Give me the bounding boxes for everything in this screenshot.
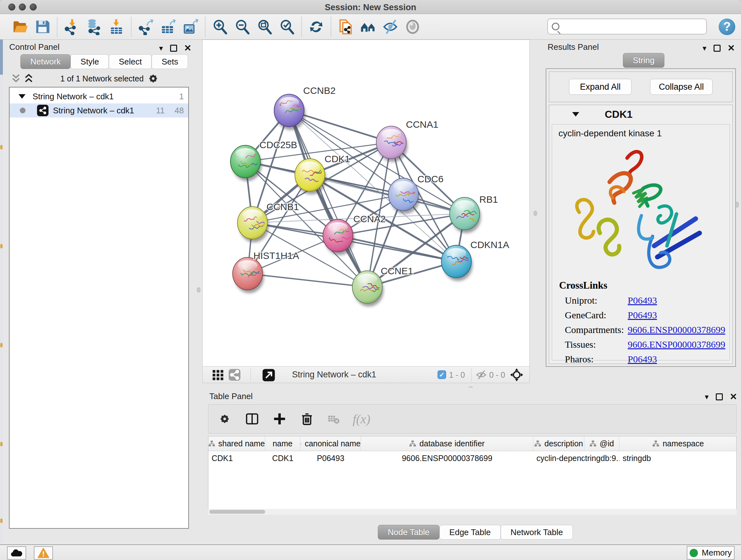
grid-view-icon[interactable]: [212, 368, 224, 381]
column-type-icon: [208, 440, 215, 447]
tab-select[interactable]: Select: [109, 54, 151, 69]
zoom-in-button[interactable]: [209, 17, 231, 37]
import-database-icon: [86, 18, 103, 35]
float-panel-icon[interactable]: [170, 45, 177, 52]
column-header[interactable]: @id: [600, 439, 614, 448]
close-panel-icon[interactable]: ✕: [730, 391, 737, 402]
cell-id[interactable]: stringdb:9...: [584, 451, 619, 465]
tab-network-table[interactable]: Network Table: [501, 525, 573, 540]
desktop-edge-strip: [0, 40, 3, 546]
close-panel-icon[interactable]: ✕: [184, 43, 192, 53]
panel-menu-icon[interactable]: ▾: [704, 392, 709, 401]
export-image-button[interactable]: [179, 17, 202, 37]
memory-button[interactable]: Memory: [687, 546, 735, 560]
network-selection-status: 1 of 1 Network selected: [3, 74, 201, 83]
zoom-fit-button[interactable]: [253, 17, 276, 37]
table-settings-gear-icon[interactable]: [217, 412, 232, 426]
import-table-from-file-button[interactable]: [105, 17, 128, 37]
expand-all-button[interactable]: Expand All: [569, 79, 631, 95]
first-neighbors-button[interactable]: [357, 17, 379, 37]
hidden-eye-icon: [476, 370, 487, 379]
panel-menu-icon[interactable]: ▾: [159, 44, 163, 53]
import-network-from-file-button[interactable]: [61, 17, 83, 37]
show-column-icon[interactable]: [245, 412, 259, 426]
main-toolbar: ?: [0, 14, 741, 40]
export-network-button[interactable]: [135, 17, 157, 37]
float-panel-icon[interactable]: [714, 45, 721, 52]
column-header[interactable]: database identifier: [419, 439, 484, 448]
tab-sets[interactable]: Sets: [151, 54, 188, 69]
panel-menu-icon[interactable]: ▾: [702, 44, 706, 53]
crosslink-value[interactable]: P06493: [628, 310, 657, 320]
cell-shared-name[interactable]: CDK1: [208, 451, 265, 465]
cloud-button[interactable]: [7, 546, 26, 560]
tab-edge-table[interactable]: Edge Table: [440, 525, 501, 540]
network-node-CDC25B: CDC25B: [230, 139, 297, 181]
cell-database-identifier[interactable]: 9606.ENSP00000378699: [361, 451, 533, 465]
cell-description[interactable]: cyclin-dependent ...: [533, 451, 584, 465]
network-collection-row[interactable]: String Network – cdk1 1: [10, 89, 188, 104]
float-panel-icon[interactable]: [716, 393, 723, 400]
network-node-RB1: RB1: [450, 194, 498, 233]
collapse-all-button[interactable]: Collapse All: [650, 79, 713, 95]
accordion-expander-icon[interactable]: [572, 112, 579, 117]
selected-count-badge: 1 - 0: [449, 370, 465, 380]
open-session-button[interactable]: [9, 17, 31, 37]
gene-description: cyclin-dependent kinase 1: [558, 128, 662, 138]
save-session-button[interactable]: [31, 17, 54, 37]
column-header[interactable]: description: [544, 439, 583, 448]
zoom-out-button[interactable]: [231, 17, 253, 37]
tab-node-table[interactable]: Node Table: [378, 525, 440, 540]
import-network-from-database-button[interactable]: [83, 17, 105, 37]
collection-expander-icon[interactable]: [18, 94, 25, 99]
scrollbar-thumb[interactable]: [209, 510, 265, 514]
column-header[interactable]: namespace: [663, 439, 704, 448]
new-network-from-selection-button[interactable]: [334, 17, 357, 37]
warnings-button[interactable]: [34, 546, 53, 560]
tab-style[interactable]: Style: [71, 54, 109, 69]
network-label: String Network – cdk1: [53, 106, 134, 116]
cell-namespace[interactable]: stringdb: [619, 451, 737, 465]
string-results-box: Expand All Collapse All CDK1 cyclin-depe…: [546, 68, 736, 367]
export-table-button[interactable]: [157, 17, 179, 37]
cell-name[interactable]: CDK1: [265, 451, 300, 465]
node-label-CCNA1: CCNA1: [406, 119, 439, 130]
gear-icon[interactable]: [147, 72, 159, 85]
detach-view-icon[interactable]: [262, 368, 275, 382]
column-header[interactable]: canonical name: [305, 439, 360, 448]
gene-accordion: CDK1 cyclin-dependent kinase 1: [549, 105, 733, 364]
node-label-HIST1H1A: HIST1H1A: [253, 250, 299, 261]
network-row[interactable]: String Network – cdk1 11 48: [10, 104, 188, 118]
table-row[interactable]: CDK1 CDK1 P06493 9606.ENSP00000378699 cy…: [208, 451, 736, 465]
gene-accordion-header[interactable]: CDK1: [549, 105, 732, 124]
vertical-splitter-handle[interactable]: [534, 211, 537, 216]
network-share-icon[interactable]: [228, 368, 241, 381]
add-column-icon[interactable]: [272, 412, 287, 426]
tab-network[interactable]: Network: [20, 54, 71, 69]
help-button[interactable]: ?: [719, 18, 735, 35]
birdseye-navigator-icon[interactable]: [510, 368, 524, 382]
zoom-selected-icon: [279, 18, 295, 35]
vertical-splitter-handle[interactable]: [197, 287, 200, 293]
delete-column-icon[interactable]: [300, 412, 314, 426]
tab-string[interactable]: String: [623, 53, 664, 68]
crosslink-value[interactable]: P06493: [628, 354, 657, 365]
crosslink-value[interactable]: P06493: [628, 295, 657, 306]
table-horizontal-scrollbar[interactable]: [208, 509, 737, 515]
apply-layout-button[interactable]: [305, 17, 327, 37]
cell-canonical-name[interactable]: P06493: [300, 451, 361, 465]
show-all-button[interactable]: [401, 17, 424, 37]
zoom-selected-button[interactable]: [276, 17, 298, 37]
network-canvas[interactable]: CCNB2CCNA1CDC25BCDK1CDC6RB1CCNB1CCNA2CDK…: [203, 40, 529, 367]
selected-checkbox-icon[interactable]: ✓: [437, 370, 446, 379]
column-header[interactable]: name: [273, 439, 293, 448]
crosslink-value[interactable]: 9606.ENSP00000378699: [628, 324, 725, 335]
close-panel-icon[interactable]: ✕: [728, 43, 735, 53]
search-input[interactable]: [562, 22, 696, 32]
crosslink-value[interactable]: 9606.ENSP00000378699: [628, 339, 725, 350]
network-status-dot: [20, 108, 25, 113]
memory-status-icon: [690, 549, 698, 557]
column-header[interactable]: shared name: [218, 439, 265, 448]
hide-selected-button[interactable]: [379, 17, 401, 37]
results-scrollbar[interactable]: [736, 202, 739, 207]
